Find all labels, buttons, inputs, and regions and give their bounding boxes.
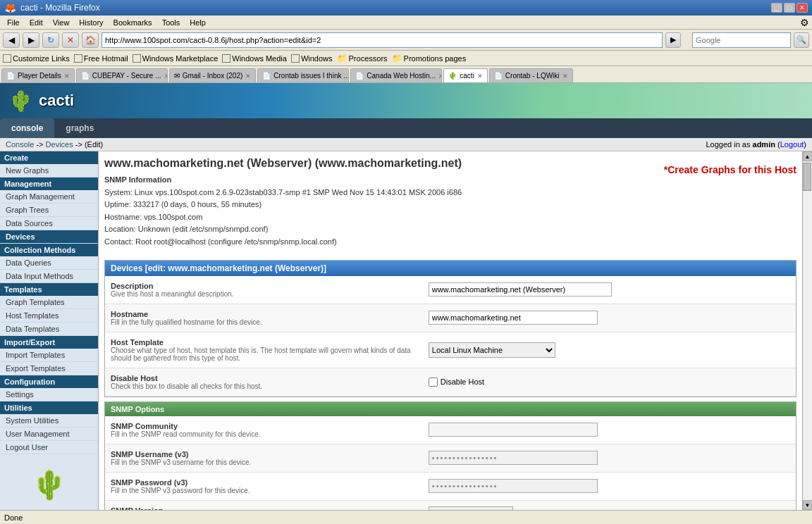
- tab-player-details[interactable]: 📄 Player Details ✕: [1, 68, 75, 82]
- tab-close-icon[interactable]: ✕: [562, 73, 568, 80]
- bookmark-windows[interactable]: Windows: [291, 54, 333, 63]
- sidebar-item-logout-user[interactable]: Logout User: [0, 441, 98, 454]
- snmp-community-input[interactable]: [429, 423, 598, 437]
- snmp-uptime: Uptime: 333217 (0 days, 0 hours, 55 minu…: [104, 200, 262, 208]
- tab-label: Gmail - Inbox (202): [183, 72, 243, 80]
- tab-label: cacti: [460, 72, 474, 80]
- menu-view[interactable]: View: [49, 18, 74, 27]
- menu-help[interactable]: Help: [185, 18, 210, 27]
- snmp-password-desc: Fill in the SNMP v3 password for this de…: [111, 487, 417, 494]
- host-template-desc: Choose what type of host, host template …: [111, 347, 417, 362]
- snmp-username-input-cell: [423, 447, 796, 469]
- sidebar-item-host-templates[interactable]: Host Templates: [0, 309, 98, 323]
- cacti-tab-console[interactable]: console: [0, 118, 54, 138]
- bookmark-media[interactable]: Windows Media: [222, 54, 287, 63]
- search-button[interactable]: 🔍: [794, 32, 809, 48]
- description-input[interactable]: [429, 282, 612, 297]
- tab-close-icon[interactable]: ✕: [164, 73, 168, 80]
- minimize-button[interactable]: _: [771, 3, 782, 13]
- folder-icon: 📁: [392, 54, 402, 63]
- bookmark-marketplace[interactable]: Windows Marketplace: [133, 54, 219, 63]
- sidebar-item-data-sources[interactable]: Data Sources: [0, 217, 98, 230]
- tab-crontab[interactable]: 📄 Crontab issues I think ... ✕: [257, 68, 349, 82]
- sidebar: Create New Graphs Management Graph Manag…: [0, 151, 99, 510]
- tab-favicon: ✉: [174, 72, 180, 80]
- sidebar-section-utilities: Utilities: [0, 401, 98, 414]
- create-graphs-container: Create Graphs for this Host: [664, 157, 796, 175]
- form-row-snmp-password: SNMP Password (v3) Fill in the SNMP v3 p…: [105, 473, 796, 501]
- menu-tools[interactable]: Tools: [158, 18, 185, 27]
- home-button[interactable]: 🏠: [82, 32, 99, 48]
- reload-button[interactable]: ↻: [42, 32, 59, 48]
- menu-history[interactable]: History: [75, 18, 107, 27]
- close-button[interactable]: ✕: [796, 3, 808, 13]
- tab-canada-web[interactable]: 📄 Canada Web Hostin... ✕: [350, 68, 442, 82]
- sidebar-item-graph-templates[interactable]: Graph Templates: [0, 296, 98, 309]
- scrollbar[interactable]: ▲ ▼: [802, 151, 812, 510]
- sidebar-item-graph-management[interactable]: Graph Management: [0, 190, 98, 204]
- disable-host-checkbox[interactable]: [429, 378, 438, 387]
- status-bar: Done: [0, 510, 812, 524]
- sidebar-item-data-templates[interactable]: Data Templates: [0, 323, 98, 336]
- sidebar-item-settings[interactable]: Settings: [0, 388, 98, 401]
- form-row-snmp-version: SNMP Version Choose the SNMP version for…: [105, 501, 796, 510]
- stop-button[interactable]: ✕: [62, 32, 79, 48]
- sidebar-item-devices[interactable]: Devices: [0, 230, 98, 244]
- menu-file[interactable]: File: [3, 18, 24, 27]
- forward-button[interactable]: ▶: [23, 32, 39, 48]
- sidebar-item-import-templates[interactable]: Import Templates: [0, 349, 98, 362]
- scroll-thumb[interactable]: [803, 163, 811, 191]
- go-button[interactable]: ▶: [665, 32, 681, 48]
- bookmark-hotmail[interactable]: Free Hotmail: [74, 54, 128, 63]
- sidebar-item-data-queries[interactable]: Data Queries: [0, 256, 98, 270]
- snmp-community-input-cell: [423, 419, 796, 441]
- tab-lqwiki[interactable]: 📄 Crontab - LQWiki ✕: [489, 68, 573, 82]
- tab-gmail[interactable]: ✉ Gmail - Inbox (202) ✕: [169, 68, 257, 82]
- sidebar-section-create: Create: [0, 151, 98, 164]
- sidebar-item-graph-trees[interactable]: Graph Trees: [0, 204, 98, 217]
- scroll-up-button[interactable]: ▲: [803, 151, 813, 161]
- sidebar-item-new-graphs[interactable]: New Graphs: [0, 164, 98, 177]
- tab-close-icon[interactable]: ✕: [64, 73, 70, 80]
- snmp-username-label-cell: SNMP Username (v3) Fill in the SNMP v3 u…: [105, 447, 423, 469]
- tab-close-icon[interactable]: ✕: [245, 73, 251, 80]
- devices-section: Devices [edit: www.machomarketing.net (W…: [104, 260, 796, 397]
- create-graphs-link[interactable]: Create Graphs for this Host: [664, 164, 796, 175]
- logout-link[interactable]: Logout: [780, 140, 804, 149]
- search-input[interactable]: [692, 32, 791, 48]
- sidebar-item-system-utilities[interactable]: System Utilities: [0, 414, 98, 428]
- address-input[interactable]: [102, 32, 663, 48]
- sidebar-item-user-management[interactable]: User Management: [0, 428, 98, 441]
- scroll-down-button[interactable]: ▼: [803, 500, 813, 510]
- maximize-button[interactable]: □: [784, 3, 795, 13]
- host-template-select[interactable]: Local Linux Machine Generic SNMP Host Wi…: [429, 342, 555, 358]
- window-controls: _ □ ✕: [771, 3, 808, 13]
- tab-cubepay[interactable]: 📄 CUBEPAY - Secure ... ✕: [76, 68, 168, 82]
- breadcrumb-devices[interactable]: Devices: [46, 140, 73, 149]
- tab-close-icon[interactable]: ✕: [438, 73, 442, 80]
- snmp-password-label-cell: SNMP Password (v3) Fill in the SNMP v3 p…: [105, 475, 423, 497]
- scroll-track: [803, 161, 813, 500]
- menu-edit[interactable]: Edit: [25, 18, 47, 27]
- host-template-label: Host Template: [111, 338, 417, 347]
- bookmark-promotions[interactable]: 📁 Promotions pages: [392, 54, 467, 63]
- bookmark-processors[interactable]: 📁 Processors: [337, 54, 388, 63]
- bookmark-customize[interactable]: Customize Links: [3, 54, 70, 63]
- snmp-username-input[interactable]: [429, 451, 598, 465]
- description-label: Description: [111, 282, 417, 290]
- tab-label: Player Details: [18, 72, 61, 80]
- snmp-options-section: SNMP Options SNMP Community Fill in the …: [104, 401, 796, 510]
- sidebar-item-data-input-methods[interactable]: Data Input Methods: [0, 270, 98, 283]
- cacti-tab-graphs[interactable]: graphs: [54, 118, 105, 138]
- tabs-bar: 📄 Player Details ✕ 📄 CUBEPAY - Secure ..…: [0, 66, 812, 83]
- host-template-label-cell: Host Template Choose what type of host, …: [105, 335, 423, 365]
- breadcrumb-console[interactable]: Console: [6, 140, 34, 149]
- menu-bookmarks[interactable]: Bookmarks: [109, 18, 156, 27]
- snmp-password-input[interactable]: [429, 479, 598, 493]
- tab-cacti[interactable]: 🌵 cacti ✕: [443, 68, 488, 82]
- hostname-input[interactable]: [429, 311, 598, 325]
- back-button[interactable]: ◀: [3, 32, 20, 48]
- host-template-input-cell: Local Linux Machine Generic SNMP Host Wi…: [423, 335, 796, 365]
- sidebar-item-export-templates[interactable]: Export Templates: [0, 362, 98, 375]
- tab-close-icon[interactable]: ✕: [477, 73, 483, 80]
